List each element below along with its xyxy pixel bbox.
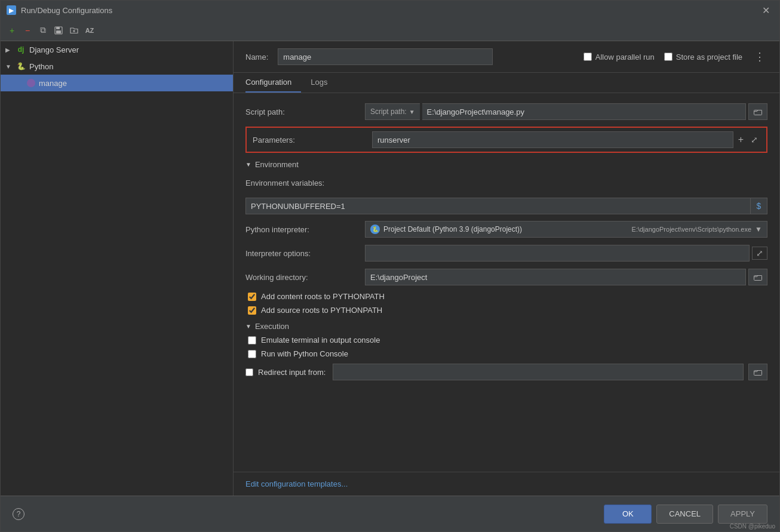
parameters-label: Parameters: (253, 136, 372, 144)
allow-parallel-checkbox[interactable] (584, 53, 592, 61)
working-dir-label: Working directory: (245, 273, 365, 282)
script-path-row: Script path: Script path: ▼ (245, 103, 767, 121)
app-icon: ▶ (7, 5, 16, 15)
parameters-inner-row: Parameters: + ⤢ (253, 131, 760, 148)
add-folder-button[interactable] (67, 24, 81, 37)
script-path-label: Script path: (245, 107, 365, 116)
add-source-roots-label: Add source roots to PYTHONPATH (261, 306, 382, 315)
script-path-type-label: Script path: (370, 107, 407, 116)
run-debug-dialog: ▶ Run/Debug Configurations ✕ + − ⧉ AZ (0, 0, 780, 532)
footer-link-area: Edit configuration templates... (234, 472, 779, 496)
interpreter-path: E:\djangoProject\venv\Scripts\python.exe (632, 226, 752, 233)
env-vars-label: Environment variables: (245, 179, 365, 187)
allow-parallel-label: Allow parallel run (595, 53, 655, 61)
cancel-button[interactable]: CANCEL (656, 505, 713, 524)
apply-button[interactable]: APPLY (718, 505, 767, 524)
svg-rect-5 (754, 110, 762, 115)
emulate-terminal-checkbox[interactable] (248, 336, 256, 345)
dialog-title: Run/Debug Configurations (21, 6, 754, 15)
script-path-text: Script path: (245, 107, 285, 116)
working-dir-input[interactable] (365, 269, 746, 285)
svg-rect-2 (56, 30, 61, 33)
env-vars-input[interactable] (245, 198, 751, 214)
sidebar-item-django-server[interactable]: ▶ dj Django Server (1, 41, 233, 58)
tab-configuration[interactable]: Configuration (245, 73, 301, 93)
remove-config-button[interactable]: − (21, 24, 34, 37)
redirect-input-label: Redirect input from: (258, 368, 325, 377)
sidebar-item-manage[interactable]: manage (1, 75, 233, 91)
help-section: ? (13, 508, 24, 520)
sort-button[interactable]: AZ (83, 24, 96, 37)
add-content-roots-row: Add content roots to PYTHONPATH (245, 292, 767, 301)
env-var-input-row: $ (245, 198, 767, 214)
run-python-console-label: Run with Python Console (261, 349, 348, 358)
watermark: CSDN @pikeduo (730, 523, 775, 530)
svg-rect-7 (754, 371, 762, 376)
right-panel: Name: Allow parallel run Store as projec… (234, 41, 779, 496)
working-dir-browse-button[interactable] (748, 269, 767, 285)
interpreter-row: Python interpreter: 🐍 Project Default (P… (245, 220, 767, 238)
script-path-type-dropdown[interactable]: Script path: ▼ (365, 103, 420, 120)
script-path-dropdown-arrow: ▼ (409, 109, 415, 115)
close-button[interactable]: ✕ (758, 4, 773, 17)
run-python-console-row: Run with Python Console (245, 349, 767, 358)
more-options-button[interactable]: ⋮ (752, 50, 767, 63)
dialog-footer: ? OK CANCEL APPLY (1, 496, 779, 531)
execution-section-header[interactable]: ▼ Execution (245, 322, 767, 331)
header-options: Allow parallel run Store as project file… (584, 50, 767, 63)
add-source-roots-checkbox[interactable] (248, 306, 256, 315)
python-interpreter-icon: 🐍 (370, 225, 380, 234)
tab-logs[interactable]: Logs (311, 73, 337, 93)
toolbar: + − ⧉ AZ (1, 20, 779, 41)
interpreter-options-label: Interpreter options: (245, 249, 365, 258)
name-input[interactable] (278, 48, 493, 65)
parameters-highlighted-row: Parameters: + ⤢ (245, 127, 767, 153)
add-content-roots-checkbox[interactable] (248, 293, 256, 301)
sidebar-item-python[interactable]: ▼ 🐍 Python (1, 58, 233, 75)
redirect-input-browse-button[interactable] (748, 364, 767, 380)
add-config-button[interactable]: + (5, 24, 19, 37)
script-path-input[interactable] (422, 103, 746, 120)
svg-rect-6 (754, 276, 762, 281)
python-icon: 🐍 (16, 61, 26, 71)
store-project-checkbox-group[interactable]: Store as project file (664, 53, 742, 61)
working-dir-wrap (365, 269, 767, 285)
redirect-input-row: Redirect input from: (245, 363, 767, 381)
redirect-input-field[interactable] (333, 364, 744, 380)
config-content: Script path: Script path: ▼ (234, 93, 779, 472)
working-dir-row: Working directory: (245, 268, 767, 286)
allow-parallel-checkbox-group[interactable]: Allow parallel run (584, 53, 655, 61)
parameters-add-button[interactable]: + (736, 133, 746, 146)
interpreter-select[interactable]: 🐍 Project Default (Python 3.9 (djangoPro… (365, 221, 767, 238)
add-content-roots-label: Add content roots to PYTHONPATH (261, 292, 385, 301)
ok-button[interactable]: OK (604, 505, 652, 524)
interpreter-label: Python interpreter: (245, 225, 365, 234)
redirect-input-checkbox[interactable] (245, 368, 253, 376)
script-path-browse-button[interactable] (748, 103, 767, 120)
emulate-terminal-row: Emulate terminal in output console (245, 336, 767, 345)
run-python-console-checkbox[interactable] (248, 350, 256, 358)
sidebar: ▶ dj Django Server ▼ 🐍 Python manage (1, 41, 234, 496)
parameters-input[interactable] (372, 131, 733, 148)
interpreter-name: Project Default (Python 3.9 (djangoProje… (383, 225, 628, 233)
redirect-input-wrap: Redirect input from: (245, 364, 767, 380)
interpreter-options-input[interactable] (365, 245, 750, 262)
svg-rect-1 (56, 27, 60, 29)
header-row: Name: Allow parallel run Store as projec… (234, 41, 779, 73)
interpreter-options-expand-button[interactable]: ⤢ (752, 247, 767, 260)
add-source-roots-row: Add source roots to PYTHONPATH (245, 306, 767, 315)
interpreter-options-row: Interpreter options: ⤢ (245, 244, 767, 262)
help-icon[interactable]: ? (13, 508, 24, 520)
emulate-terminal-label: Emulate terminal in output console (261, 336, 380, 345)
env-dollar-button[interactable]: $ (751, 198, 767, 214)
environment-section-header[interactable]: ▼ Environment (245, 160, 767, 169)
store-project-checkbox[interactable] (664, 53, 672, 61)
copy-config-button[interactable]: ⧉ (36, 24, 50, 37)
execution-section-label: Execution (255, 322, 289, 331)
interpreter-dropdown-arrow-icon: ▼ (755, 225, 762, 233)
store-project-label: Store as project file (676, 53, 742, 61)
parameters-expand-button[interactable]: ⤢ (748, 134, 760, 146)
save-config-button[interactable] (52, 24, 65, 37)
script-path-wrap: Script path: ▼ (365, 103, 767, 120)
edit-templates-link[interactable]: Edit configuration templates... (245, 479, 348, 488)
